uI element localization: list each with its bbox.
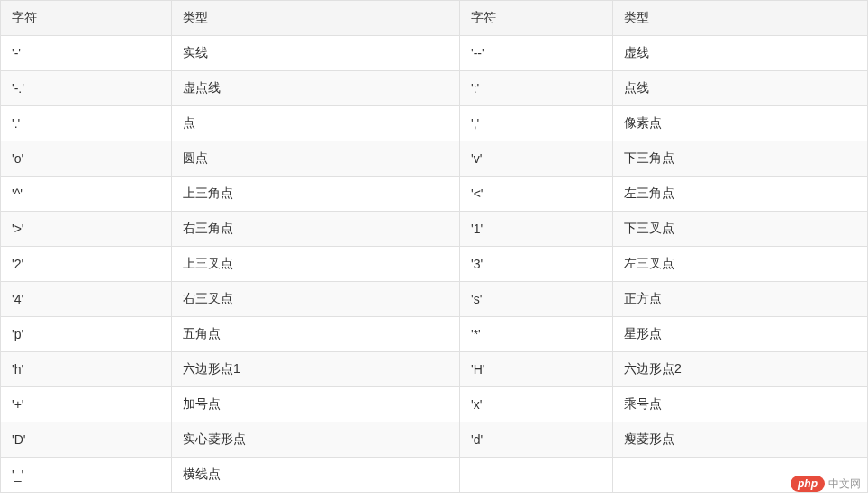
cell-char: '*' [460, 317, 613, 352]
cell-type: 虚点线 [172, 71, 460, 106]
cell-char: '2' [1, 247, 172, 282]
cell-char: '3' [460, 247, 613, 282]
cell-char: 'd' [460, 422, 613, 458]
cell-char: 'o' [1, 141, 172, 177]
table-row: 'o' 圆点 'v' 下三角点 [1, 141, 868, 177]
watermark-badge: php [791, 476, 825, 492]
cell-type: 左三角点 [613, 177, 868, 212]
cell-char: '4' [1, 282, 172, 317]
table-row: 'h' 六边形点1 'H' 六边形点2 [1, 352, 868, 387]
table-row: '2' 上三叉点 '3' 左三叉点 [1, 247, 868, 282]
cell-char: '-' [1, 36, 172, 71]
cell-type: 点线 [613, 71, 868, 106]
cell-type: 右三角点 [172, 212, 460, 247]
cell-char: '^' [1, 177, 172, 212]
table-row: '^' 上三角点 '<' 左三角点 [1, 177, 868, 212]
cell-type: 像素点 [613, 106, 868, 141]
table-header-row: 字符 类型 字符 类型 [1, 1, 868, 36]
cell-type: 瘦菱形点 [613, 422, 868, 458]
cell-char: 'x' [460, 387, 613, 422]
cell-type: 加号点 [172, 387, 460, 422]
cell-type: 实线 [172, 36, 460, 71]
cell-char: 's' [460, 282, 613, 317]
table-row: '-' 实线 '--' 虚线 [1, 36, 868, 71]
table-row: '>' 右三角点 '1' 下三叉点 [1, 212, 868, 247]
header-type-1: 类型 [172, 1, 460, 36]
cell-char: '<' [460, 177, 613, 212]
cell-char: 'D' [1, 422, 172, 458]
cell-char: '+' [1, 387, 172, 422]
cell-type: 横线点 [172, 458, 460, 493]
cell-type: 乘号点 [613, 387, 868, 422]
table-row: 'p' 五角点 '*' 星形点 [1, 317, 868, 352]
table-row: '-.' 虚点线 ':' 点线 [1, 71, 868, 106]
cell-type: 六边形点1 [172, 352, 460, 387]
cell-type: 左三叉点 [613, 247, 868, 282]
cell-char: '1' [460, 212, 613, 247]
cell-char [460, 458, 613, 493]
table-row: '_' 横线点 [1, 458, 868, 493]
cell-char: '.' [1, 106, 172, 141]
cell-char: 'p' [1, 317, 172, 352]
cell-type: 点 [172, 106, 460, 141]
cell-type: 下三叉点 [613, 212, 868, 247]
header-char-1: 字符 [1, 1, 172, 36]
cell-char: ',' [460, 106, 613, 141]
cell-type: 上三角点 [172, 177, 460, 212]
table-row: '.' 点 ',' 像素点 [1, 106, 868, 141]
table-row: '+' 加号点 'x' 乘号点 [1, 387, 868, 422]
header-type-2: 类型 [613, 1, 868, 36]
cell-type: 上三叉点 [172, 247, 460, 282]
watermark-text: 中文网 [828, 476, 861, 492]
cell-char: 'v' [460, 141, 613, 177]
cell-type: 虚线 [613, 36, 868, 71]
cell-type: 圆点 [172, 141, 460, 177]
cell-char: '_' [1, 458, 172, 493]
cell-type: 实心菱形点 [172, 422, 460, 458]
table-body: '-' 实线 '--' 虚线 '-.' 虚点线 ':' 点线 '.' 点 ','… [1, 36, 868, 493]
marker-style-table: 字符 类型 字符 类型 '-' 实线 '--' 虚线 '-.' 虚点线 ':' … [0, 0, 868, 493]
cell-char: 'h' [1, 352, 172, 387]
cell-char: '>' [1, 212, 172, 247]
cell-type: 下三角点 [613, 141, 868, 177]
cell-type: 六边形点2 [613, 352, 868, 387]
cell-char: ':' [460, 71, 613, 106]
header-char-2: 字符 [460, 1, 613, 36]
table-row: '4' 右三叉点 's' 正方点 [1, 282, 868, 317]
cell-type: 五角点 [172, 317, 460, 352]
cell-char: '--' [460, 36, 613, 71]
table-row: 'D' 实心菱形点 'd' 瘦菱形点 [1, 422, 868, 458]
cell-char: '-.' [1, 71, 172, 106]
cell-char: 'H' [460, 352, 613, 387]
cell-type: 右三叉点 [172, 282, 460, 317]
watermark: php 中文网 [791, 476, 861, 492]
cell-type: 星形点 [613, 317, 868, 352]
cell-type: 正方点 [613, 282, 868, 317]
